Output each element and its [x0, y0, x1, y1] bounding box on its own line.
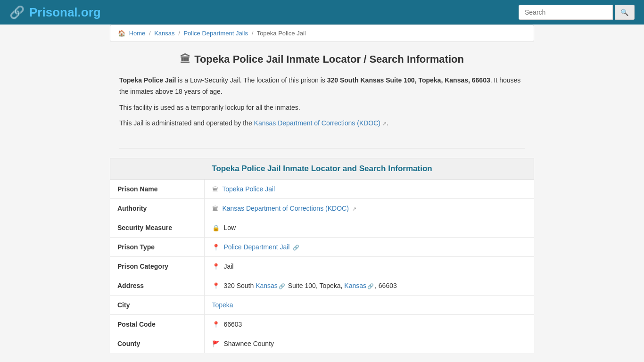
- postal-icon: 📍: [212, 321, 220, 328]
- value-address: 📍 320 South Kansas🔗 Suite 100, Topeka, K…: [204, 276, 534, 296]
- prison-type-link[interactable]: Police Department Jail: [223, 243, 289, 251]
- table-row: Security Measure 🔒 Low: [110, 218, 534, 238]
- value-authority: 🏛 Kansas Department of Corrections (KDOC…: [204, 199, 534, 218]
- county-value: Shawnee County: [223, 340, 274, 347]
- breadcrumb-sep-2: /: [178, 30, 180, 37]
- breadcrumb-home[interactable]: Home: [129, 30, 146, 37]
- prison-category-icon: 📍: [212, 263, 220, 270]
- search-button[interactable]: 🔍: [615, 5, 635, 20]
- logo-tld: .org: [78, 5, 101, 19]
- table-row: Prison Name 🏛 Topeka Police Jail: [110, 180, 534, 199]
- intro-p3-part2: .: [387, 119, 388, 127]
- table-row: County 🚩 Shawnee County: [110, 334, 534, 354]
- label-address: Address: [110, 276, 204, 296]
- intro-section: Topeka Police Jail is a Low-Security Jai…: [110, 75, 534, 143]
- logo-icon: 🔗: [9, 5, 25, 20]
- value-city: Topeka: [204, 296, 534, 315]
- table-row: Authority 🏛 Kansas Department of Correct…: [110, 199, 534, 218]
- section-header-text: Topeka Police Jail Inmate Locator and Se…: [212, 164, 432, 173]
- page-title: 🏛 Topeka Police Jail Inmate Locator / Se…: [110, 53, 534, 66]
- authority-link[interactable]: Kansas Department of Corrections (KDOC): [222, 205, 348, 212]
- prison-type-ext-icon: 🔗: [293, 245, 299, 250]
- city-link[interactable]: Topeka: [212, 301, 233, 309]
- address-link-icon2: 🔗: [367, 283, 374, 289]
- label-prison-type: Prison Type: [110, 238, 204, 257]
- header: 🔗 Prisonal.org 🔍: [0, 0, 644, 25]
- ext-icon: ↗: [382, 121, 387, 126]
- value-prison-category: 📍 Jail: [204, 257, 534, 276]
- value-postal: 📍 66603: [204, 315, 534, 334]
- section-header: Topeka Police Jail Inmate Locator and Se…: [110, 158, 534, 180]
- label-postal: Postal Code: [110, 315, 204, 334]
- label-prison-name: Prison Name: [110, 180, 204, 199]
- prison-name-bold: Topeka Police Jail: [119, 76, 176, 84]
- address-kansas-link1[interactable]: Kansas: [256, 282, 278, 289]
- logo-name: Prisonal: [29, 5, 78, 19]
- breadcrumb-kansas[interactable]: Kansas: [154, 30, 174, 37]
- home-icon: 🏠: [118, 30, 125, 37]
- table-row: Prison Type 📍 Police Department Jail 🔗: [110, 238, 534, 257]
- breadcrumb-current: Topeka Police Jail: [257, 30, 306, 37]
- info-table: Prison Name 🏛 Topeka Police Jail Authori…: [110, 180, 534, 353]
- intro-p1-part2: is a Low-Security Jail. The location of …: [176, 76, 327, 84]
- prison-name-link[interactable]: Topeka Police Jail: [222, 185, 275, 193]
- label-city: City: [110, 296, 204, 315]
- main-wrapper: 🏠 Home / Kansas / Police Department Jail…: [100, 25, 544, 353]
- authority-ext-icon: ↗: [352, 206, 356, 212]
- table-row: Prison Category 📍 Jail: [110, 257, 534, 276]
- value-prison-name: 🏛 Topeka Police Jail: [204, 180, 534, 199]
- breadcrumb-sep-3: /: [252, 30, 254, 37]
- table-row: Postal Code 📍 66603: [110, 315, 534, 334]
- intro-p2: This facility is used as a temporarily l…: [119, 102, 525, 114]
- authority-icon: 🏛: [212, 205, 218, 212]
- table-row: Address 📍 320 South Kansas🔗 Suite 100, T…: [110, 276, 534, 296]
- address-icon: 📍: [212, 282, 220, 289]
- intro-p3-part1: This Jail is administrated and operated …: [119, 119, 254, 127]
- intro-p1: Topeka Police Jail is a Low-Security Jai…: [119, 75, 525, 98]
- county-icon: 🚩: [212, 340, 220, 347]
- breadcrumb-pdj[interactable]: Police Department Jails: [183, 30, 248, 37]
- address-part1: 320 South: [223, 282, 256, 289]
- postal-value: 66603: [223, 321, 242, 328]
- logo-area: 🔗 Prisonal.org: [9, 5, 101, 20]
- table-body: Prison Name 🏛 Topeka Police Jail Authori…: [110, 180, 534, 353]
- value-security: 🔒 Low: [204, 218, 534, 238]
- label-county: County: [110, 334, 204, 354]
- security-value: Low: [223, 224, 236, 231]
- breadcrumb-sep-1: /: [149, 30, 151, 37]
- security-icon: 🔒: [212, 224, 220, 231]
- prison-name-icon: 🏛: [212, 186, 218, 193]
- page-title-text: Topeka Police Jail Inmate Locator / Sear…: [194, 53, 464, 66]
- address-part2: Suite 100, Topeka,: [286, 282, 345, 289]
- label-security: Security Measure: [110, 218, 204, 238]
- label-prison-category: Prison Category: [110, 257, 204, 276]
- value-prison-type: 📍 Police Department Jail 🔗: [204, 238, 534, 257]
- prison-type-icon: 📍: [212, 244, 220, 251]
- divider: [119, 148, 525, 148]
- kdoc-link[interactable]: Kansas Department of Corrections (KDOC): [254, 119, 380, 127]
- table-row: City Topeka: [110, 296, 534, 315]
- breadcrumb: 🏠 Home / Kansas / Police Department Jail…: [110, 25, 534, 42]
- address-zipcode: , 66603: [375, 282, 397, 289]
- address-kansas-link2[interactable]: Kansas: [344, 282, 366, 289]
- logo-text: Prisonal.org: [29, 5, 101, 20]
- address-bold: 320 South Kansas Suite 100, Topeka, Kans…: [327, 76, 490, 84]
- intro-p3: This Jail is administrated and operated …: [119, 118, 525, 129]
- address-link-icon1: 🔗: [279, 283, 285, 289]
- search-input[interactable]: [519, 5, 613, 20]
- search-area: 🔍: [519, 5, 635, 20]
- prison-icon: 🏛: [180, 53, 190, 66]
- prison-category-value: Jail: [223, 263, 233, 270]
- value-county: 🚩 Shawnee County: [204, 334, 534, 354]
- label-authority: Authority: [110, 199, 204, 218]
